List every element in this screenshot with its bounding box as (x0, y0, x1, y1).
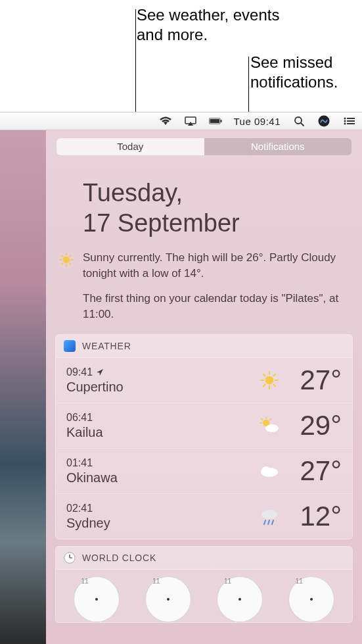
weather-temp: 29° (283, 410, 342, 441)
calendar-summary-text: The first thing on your calendar today i… (83, 291, 348, 322)
airplay-icon[interactable] (184, 114, 197, 128)
battery-icon[interactable] (209, 114, 222, 128)
worldclock-widget-header: WORLD CLOCK (56, 547, 352, 570)
weather-temp: 27° (283, 364, 342, 396)
weather-time: 06:41 (66, 412, 256, 424)
clock-face (288, 576, 334, 622)
weather-condition-icon (256, 464, 283, 478)
date-line2: 17 September (83, 208, 348, 238)
notification-center-icon[interactable] (342, 114, 355, 128)
weather-summary: Sunny currently. The high will be 26°. P… (59, 250, 348, 282)
menubar: Tue 09:41 (0, 112, 362, 130)
weather-condition-icon (256, 417, 283, 434)
svg-line-21 (62, 263, 63, 264)
svg-line-27 (263, 374, 265, 376)
svg-point-7 (344, 118, 346, 120)
svg-rect-10 (347, 120, 355, 122)
svg-point-11 (344, 123, 346, 125)
svg-line-20 (70, 255, 71, 257)
svg-point-9 (344, 120, 346, 122)
svg-point-22 (265, 376, 274, 385)
callout-area: See weather, events and more. See missed… (0, 0, 362, 112)
tab-today[interactable]: Today (57, 138, 204, 155)
wifi-icon[interactable] (159, 114, 172, 128)
weather-widget: WEATHER 09:41 Cupertino27°06:41Kailua29°… (55, 334, 353, 539)
svg-line-5 (301, 123, 304, 126)
weather-city: Sydney (66, 516, 256, 531)
callout-today: See weather, events and more. (137, 5, 294, 45)
svg-rect-3 (220, 120, 221, 122)
svg-point-13 (63, 257, 70, 263)
svg-point-38 (261, 466, 271, 474)
svg-line-18 (62, 255, 63, 257)
spotlight-icon[interactable] (292, 114, 305, 128)
weather-summary-text: Sunny currently. The high will be 26°. P… (83, 250, 348, 282)
weather-time: 09:41 (66, 366, 256, 378)
date-line1: Tuesday, (83, 178, 348, 208)
desktop: Tue 09:41 Today Notifications Tuesday, 1… (0, 112, 362, 644)
clock-face (74, 576, 120, 622)
sunny-icon (59, 253, 74, 267)
weather-app-icon (64, 340, 76, 352)
svg-line-42 (272, 520, 273, 524)
svg-line-41 (268, 520, 269, 524)
svg-line-30 (263, 384, 265, 386)
weather-temp: 12° (283, 501, 342, 532)
desktop-wallpaper (0, 130, 46, 644)
callout-notifications: See missed notifications. (250, 53, 362, 92)
weather-row[interactable]: 01:41Okinawa27° (56, 449, 352, 494)
svg-point-36 (265, 424, 279, 432)
menubar-clock[interactable]: Tue 09:41 (234, 116, 281, 127)
worldclock-widget: WORLD CLOCK (55, 546, 353, 623)
siri-icon[interactable] (317, 114, 330, 128)
weather-time: 01:41 (66, 457, 256, 469)
clock-app-icon (64, 552, 76, 564)
svg-point-39 (261, 510, 277, 519)
worldclock-widget-title: WORLD CLOCK (82, 553, 156, 563)
weather-city: Okinawa (66, 470, 256, 485)
worldclock-row (56, 570, 352, 622)
tab-segmented-control: Today Notifications (57, 138, 351, 155)
svg-line-29 (273, 374, 275, 376)
weather-time: 02:41 (66, 503, 256, 514)
svg-rect-12 (347, 123, 355, 124)
weather-row[interactable]: 02:41Sydney12° (56, 494, 352, 539)
tab-notifications[interactable]: Notifications (204, 138, 352, 155)
clock-face (145, 576, 191, 622)
weather-city: Cupertino (66, 380, 256, 395)
weather-row[interactable]: 06:41Kailua29° (56, 403, 352, 449)
svg-line-28 (273, 384, 275, 386)
weather-condition-icon (256, 507, 283, 526)
location-icon (97, 369, 103, 376)
weather-row[interactable]: 09:41 Cupertino27° (56, 358, 352, 403)
clock-face (217, 576, 263, 622)
today-date: Tuesday, 17 September (83, 178, 348, 238)
weather-temp: 27° (283, 455, 342, 487)
weather-condition-icon (256, 371, 283, 389)
svg-line-34 (261, 419, 263, 420)
svg-line-35 (270, 419, 271, 420)
svg-rect-8 (347, 118, 355, 119)
weather-widget-title: WEATHER (82, 341, 131, 351)
notification-center-panel: Today Notifications Tuesday, 17 Septembe… (46, 130, 362, 644)
svg-line-40 (264, 520, 265, 524)
weather-widget-header: WEATHER (56, 335, 352, 358)
svg-rect-2 (210, 119, 219, 123)
svg-line-19 (70, 263, 71, 264)
weather-city: Kailua (66, 425, 256, 440)
